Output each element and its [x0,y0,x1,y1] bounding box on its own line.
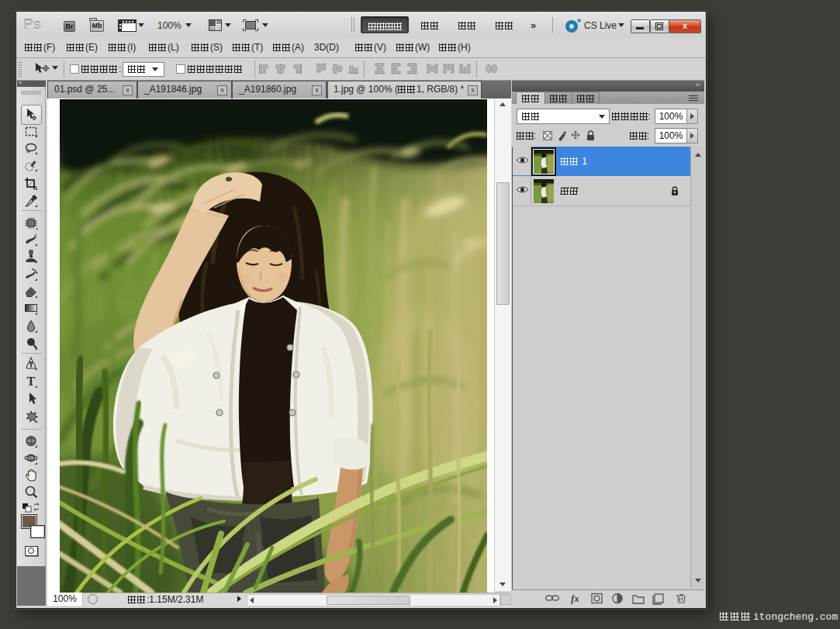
svg-text:T: T [27,375,36,388]
svg-text:fx: fx [571,593,579,604]
